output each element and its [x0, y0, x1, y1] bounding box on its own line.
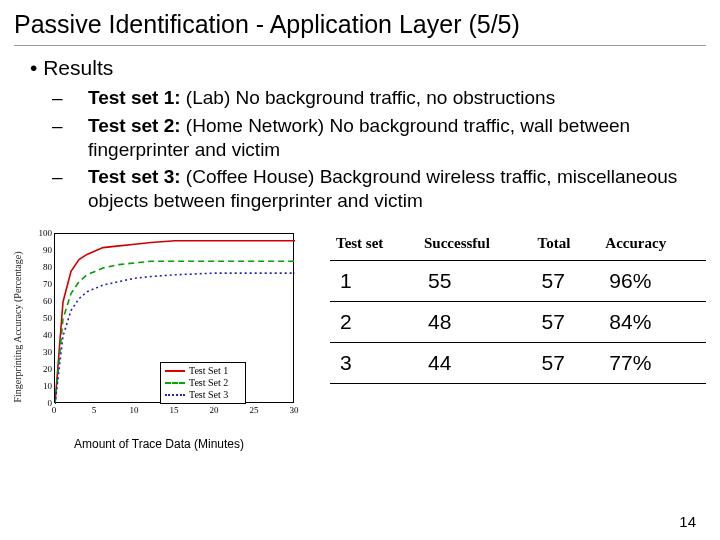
chart-xlabel: Amount of Trace Data (Minutes) [14, 437, 304, 451]
cell: 57 [532, 301, 600, 342]
bullet-results: • Results [30, 56, 706, 80]
legend-swatch-2 [165, 382, 185, 384]
cell: 3 [330, 342, 418, 383]
legend-swatch-3 [165, 394, 185, 396]
cell: 84% [599, 301, 706, 342]
legend-label: Test Set 2 [189, 377, 228, 388]
ytick: 60 [28, 296, 52, 306]
table-row: 1 55 57 96% [330, 260, 706, 301]
chart-xticks: 0 5 10 15 20 25 30 [54, 405, 294, 419]
xtick: 30 [290, 405, 299, 415]
cell: 55 [418, 260, 532, 301]
th-total: Total [532, 229, 600, 261]
cell: 57 [532, 260, 600, 301]
xtick: 15 [170, 405, 179, 415]
ytick: 50 [28, 313, 52, 323]
ytick: 80 [28, 262, 52, 272]
bullet-testset-1: – Test set 1: (Lab) No background traffi… [70, 86, 706, 110]
bold-label: Test set 1: [88, 87, 181, 108]
xtick: 20 [210, 405, 219, 415]
cell: 1 [330, 260, 418, 301]
ytick: 0 [28, 398, 52, 408]
bold-label: Test set 3: [88, 166, 181, 187]
cell: 77% [599, 342, 706, 383]
chart-yticks: 100 90 80 70 60 50 40 30 20 10 0 [28, 227, 52, 407]
chart-column: Fingerprinting Accuracy (Percentage) 100… [14, 227, 304, 451]
ytick: 20 [28, 364, 52, 374]
legend-label: Test Set 1 [189, 365, 228, 376]
xtick: 25 [250, 405, 259, 415]
results-table: Test set Successful Total Accuracy 1 55 … [330, 229, 706, 384]
ytick: 40 [28, 330, 52, 340]
legend-row: Test Set 1 [165, 365, 241, 377]
bullet-testset-3: – Test set 3: (Coffee House) Background … [70, 165, 706, 213]
legend-row: Test Set 3 [165, 389, 241, 401]
cell: 44 [418, 342, 532, 383]
th-successful: Successful [418, 229, 532, 261]
ytick: 100 [28, 228, 52, 238]
slide-title: Passive Identification - Application Lay… [14, 10, 706, 46]
dash: – [70, 86, 88, 110]
chart-ylabel: Fingerprinting Accuracy (Percentage) [12, 251, 23, 402]
chart-plot-area: Test Set 1 Test Set 2 Test Set 3 [54, 233, 294, 403]
legend-row: Test Set 2 [165, 377, 241, 389]
page-number: 14 [679, 513, 696, 530]
bullet-testset-2: – Test set 2: (Home Network) No backgrou… [70, 114, 706, 162]
bold-label: Test set 2: [88, 115, 181, 136]
bullet-text: (Lab) No background traffic, no obstruct… [181, 87, 556, 108]
cell: 96% [599, 260, 706, 301]
dash: – [70, 114, 88, 138]
chart: Fingerprinting Accuracy (Percentage) 100… [14, 227, 304, 427]
cell: 48 [418, 301, 532, 342]
xtick: 10 [130, 405, 139, 415]
chart-legend: Test Set 1 Test Set 2 Test Set 3 [160, 362, 246, 404]
ytick: 90 [28, 245, 52, 255]
cell: 57 [532, 342, 600, 383]
th-testset: Test set [330, 229, 418, 261]
table-row: 2 48 57 84% [330, 301, 706, 342]
ytick: 10 [28, 381, 52, 391]
xtick: 5 [92, 405, 97, 415]
legend-swatch-1 [165, 370, 185, 372]
ytick: 70 [28, 279, 52, 289]
th-accuracy: Accuracy [599, 229, 706, 261]
table-column: Test set Successful Total Accuracy 1 55 … [304, 227, 706, 384]
ytick: 30 [28, 347, 52, 357]
dash: – [70, 165, 88, 189]
table-header-row: Test set Successful Total Accuracy [330, 229, 706, 261]
legend-label: Test Set 3 [189, 389, 228, 400]
cell: 2 [330, 301, 418, 342]
table-row: 3 44 57 77% [330, 342, 706, 383]
xtick: 0 [52, 405, 57, 415]
